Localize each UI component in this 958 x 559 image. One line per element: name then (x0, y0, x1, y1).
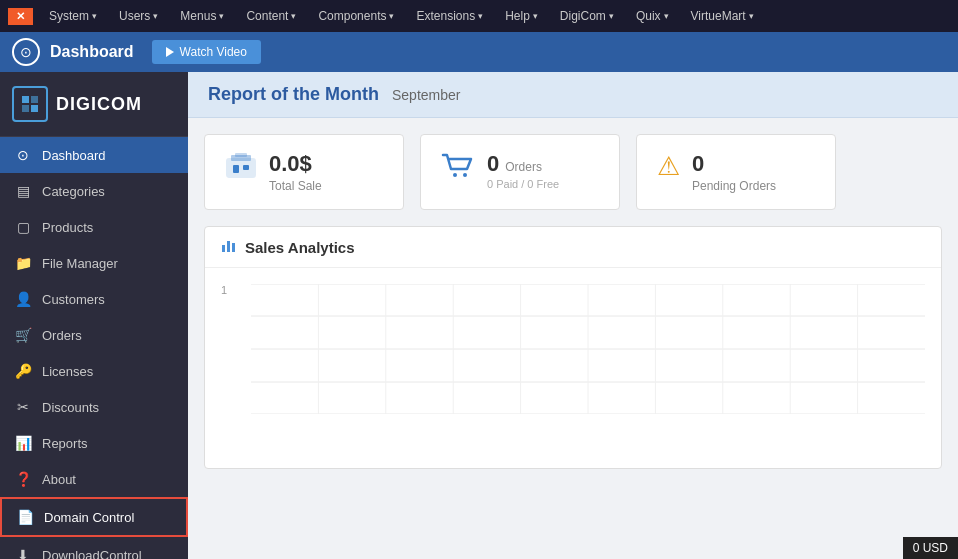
components-arrow: ▾ (389, 11, 394, 21)
sidebar-label-discounts: Discounts (42, 400, 99, 415)
sidebar-item-discounts[interactable]: ✂ Discounts (0, 389, 188, 425)
orders-stat-icon (441, 151, 475, 186)
customers-icon: 👤 (14, 291, 32, 307)
analytics-section: Sales Analytics 1 (204, 226, 942, 469)
joomla-icon[interactable]: ✕ (8, 8, 33, 25)
products-icon: ▢ (14, 219, 32, 235)
orders-sublabel: 0 Paid / 0 Free (487, 178, 559, 190)
bar-chart-icon (221, 237, 237, 257)
nav-extensions[interactable]: Extensions ▾ (406, 5, 493, 27)
domain-control-icon: 📄 (16, 509, 34, 525)
sidebar-nav: ⊙ Dashboard ▤ Categories ▢ Products 📁 Fi… (0, 137, 188, 559)
svg-point-10 (463, 173, 467, 177)
sidebar-item-download-control[interactable]: ⬇ DownloadControl (0, 537, 188, 559)
nav-virtuemart[interactable]: VirtueMart ▾ (681, 5, 764, 27)
report-header: Report of the Month September (188, 72, 958, 118)
usd-badge: 0 USD (903, 537, 958, 559)
pending-value: 0 (692, 151, 776, 177)
watch-video-button[interactable]: Watch Video (152, 40, 261, 64)
file-manager-icon: 📁 (14, 255, 32, 271)
menus-arrow: ▾ (219, 11, 224, 21)
sidebar-item-customers[interactable]: 👤 Customers (0, 281, 188, 317)
download-control-icon: ⬇ (14, 547, 32, 559)
sidebar-item-reports[interactable]: 📊 Reports (0, 425, 188, 461)
categories-icon: ▤ (14, 183, 32, 199)
sidebar-label-download-control: DownloadControl (42, 548, 142, 560)
content-arrow: ▾ (291, 11, 296, 21)
analytics-chart: 1 (205, 268, 941, 468)
sidebar-item-domain-control[interactable]: 📄 Domain Control (0, 497, 188, 537)
extensions-arrow: ▾ (478, 11, 483, 21)
sidebar-item-about[interactable]: ❓ About (0, 461, 188, 497)
currency-value: 0 USD (913, 541, 948, 555)
top-nav: ✕ System ▾ Users ▾ Menus ▾ Content ▾ Com… (0, 0, 958, 32)
svg-rect-3 (31, 105, 38, 112)
sidebar-label-dashboard: Dashboard (42, 148, 106, 163)
main-layout: DIGICOM ⊙ Dashboard ▤ Categories ▢ Produ… (0, 72, 958, 559)
orders-value: 0 (487, 151, 499, 177)
nav-components[interactable]: Components ▾ (308, 5, 404, 27)
sidebar-item-file-manager[interactable]: 📁 File Manager (0, 245, 188, 281)
sidebar-label-reports: Reports (42, 436, 88, 451)
dashboard-nav-icon: ⊙ (14, 147, 32, 163)
logo-icon (12, 86, 48, 122)
dashboard-title: Dashboard (50, 43, 134, 61)
licenses-icon: 🔑 (14, 363, 32, 379)
discounts-icon: ✂ (14, 399, 32, 415)
sidebar-item-dashboard[interactable]: ⊙ Dashboard (0, 137, 188, 173)
total-sale-icon (225, 151, 257, 186)
svg-rect-1 (31, 96, 38, 103)
nav-quix[interactable]: Quix ▾ (626, 5, 679, 27)
stats-row: 0.0$ Total Sale 0 Orders (188, 118, 958, 210)
nav-content[interactable]: Content ▾ (236, 5, 306, 27)
sidebar-label-orders: Orders (42, 328, 82, 343)
svg-rect-12 (227, 241, 230, 252)
svg-rect-13 (232, 243, 235, 252)
help-arrow: ▾ (533, 11, 538, 21)
sidebar-logo: DIGICOM (0, 72, 188, 137)
sidebar-label-products: Products (42, 220, 93, 235)
play-icon (166, 47, 174, 57)
sidebar-label-licenses: Licenses (42, 364, 93, 379)
content-area: Report of the Month September 0.0$ (188, 72, 958, 559)
sidebar-label-customers: Customers (42, 292, 105, 307)
orders-stat-info: 0 Orders 0 Paid / 0 Free (487, 151, 559, 190)
sidebar-label-domain-control: Domain Control (44, 510, 134, 525)
svg-rect-6 (235, 153, 247, 157)
sidebar: DIGICOM ⊙ Dashboard ▤ Categories ▢ Produ… (0, 72, 188, 559)
about-icon: ❓ (14, 471, 32, 487)
virtuemart-arrow: ▾ (749, 11, 754, 21)
sidebar-item-orders[interactable]: 🛒 Orders (0, 317, 188, 353)
second-bar: ⊙ Dashboard Watch Video (0, 32, 958, 72)
pending-info: 0 Pending Orders (692, 151, 776, 193)
sidebar-label-about: About (42, 472, 76, 487)
nav-help[interactable]: Help ▾ (495, 5, 548, 27)
nav-menus[interactable]: Menus ▾ (170, 5, 234, 27)
svg-rect-7 (233, 165, 239, 173)
nav-system[interactable]: System ▾ (39, 5, 107, 27)
stat-card-pending: ⚠ 0 Pending Orders (636, 134, 836, 210)
total-sale-info: 0.0$ Total Sale (269, 151, 322, 193)
orders-label: Orders (505, 160, 542, 174)
dashboard-icon: ⊙ (12, 38, 40, 66)
svg-point-9 (453, 173, 457, 177)
nav-users[interactable]: Users ▾ (109, 5, 168, 27)
digicom-arrow: ▾ (609, 11, 614, 21)
stat-card-orders: 0 Orders 0 Paid / 0 Free (420, 134, 620, 210)
report-title: Report of the Month (208, 84, 379, 104)
chart-y-label: 1 (221, 284, 227, 296)
sidebar-item-products[interactable]: ▢ Products (0, 209, 188, 245)
stat-card-total-sale: 0.0$ Total Sale (204, 134, 404, 210)
sidebar-item-categories[interactable]: ▤ Categories (0, 173, 188, 209)
svg-rect-11 (222, 245, 225, 252)
sidebar-item-licenses[interactable]: 🔑 Licenses (0, 353, 188, 389)
system-arrow: ▾ (92, 11, 97, 21)
total-sale-label: Total Sale (269, 179, 322, 193)
reports-icon: 📊 (14, 435, 32, 451)
sidebar-label-file-manager: File Manager (42, 256, 118, 271)
total-sale-value: 0.0$ (269, 151, 322, 177)
svg-rect-2 (22, 105, 29, 112)
logo-text: DIGICOM (56, 94, 142, 115)
sidebar-label-categories: Categories (42, 184, 105, 199)
nav-digicom[interactable]: DigiCom ▾ (550, 5, 624, 27)
